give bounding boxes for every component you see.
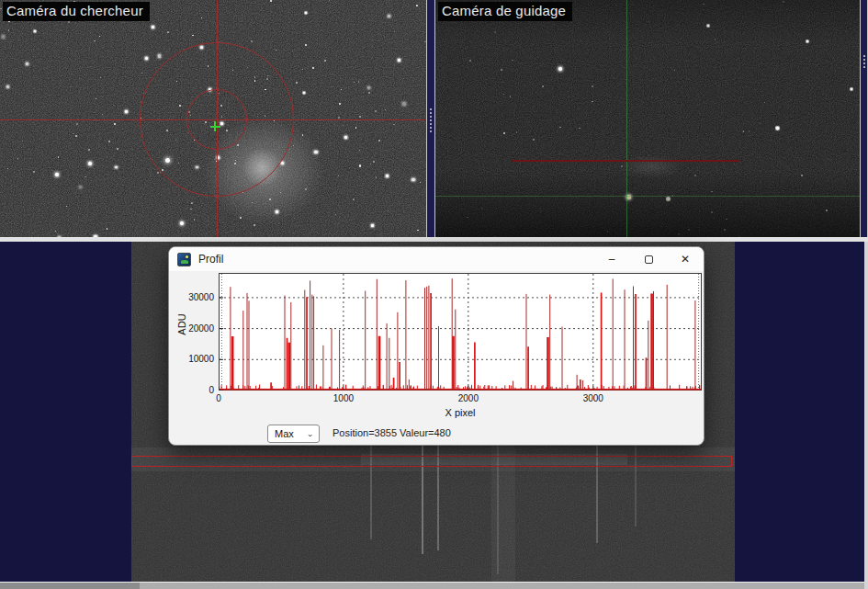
star: [114, 123, 116, 125]
profile-chart: ADU 0100002000030000 0100020003000 X pix…: [169, 271, 705, 446]
y-tick-label: 10000: [175, 354, 214, 364]
star: [22, 141, 23, 142]
right-scrollbar[interactable]: [860, 0, 868, 237]
star: [398, 59, 400, 62]
star: [338, 176, 339, 176]
status-bar: [0, 582, 868, 589]
window-border: [864, 242, 868, 589]
finder-camera-view: Caméra du chercheur: [0, 0, 426, 237]
emission-band: [491, 425, 515, 582]
star: [34, 30, 36, 32]
star: [367, 86, 370, 89]
star: [191, 202, 193, 204]
emission-line: [635, 438, 637, 527]
star: [420, 182, 421, 183]
star: [152, 26, 154, 28]
star: [180, 221, 184, 225]
star: [125, 110, 128, 113]
star: [108, 141, 110, 142]
star: [194, 219, 196, 221]
target-marker-icon: [214, 121, 216, 131]
star: [402, 102, 406, 106]
star: [416, 5, 418, 6]
binning-region-outline[interactable]: [131, 456, 732, 467]
profile-mode-select[interactable]: Max ⌄: [267, 425, 320, 443]
profil-titlebar[interactable]: Profil – ✕: [169, 247, 704, 271]
star: [373, 161, 375, 163]
y-tick-label: 20000: [175, 323, 214, 334]
star: [305, 12, 307, 14]
finder-camera-label: Caméra du chercheur: [3, 2, 150, 21]
x-tick-label: 3000: [575, 393, 612, 403]
star: [55, 173, 59, 176]
star: [270, 0, 271, 1]
emission-line: [370, 438, 372, 539]
star: [385, 109, 386, 110]
profile-mode-value: Max: [275, 428, 294, 439]
star: [378, 140, 380, 142]
guide-crosshair-vertical-line: [626, 0, 627, 237]
star: [341, 89, 342, 90]
star: [329, 0, 330, 1]
close-button[interactable]: ✕: [667, 247, 704, 271]
minimize-button[interactable]: –: [593, 247, 630, 271]
vignette-overlay: [435, 0, 860, 237]
star: [355, 127, 356, 128]
star: [26, 62, 28, 65]
splitter-grip-icon: [430, 108, 432, 132]
maximize-icon: [645, 255, 653, 264]
y-tick-label: 30000: [175, 292, 214, 302]
star: [324, 60, 326, 62]
horizontal-splitter[interactable]: [0, 237, 868, 242]
star: [88, 162, 92, 165]
star: [371, 224, 374, 227]
star: [296, 82, 298, 84]
guide-camera-label: Caméra de guidage: [438, 2, 572, 21]
star: [359, 176, 360, 177]
star: [386, 175, 389, 177]
x-tick-label: 2000: [450, 393, 487, 403]
star: [359, 150, 360, 151]
x-tick-label: 1000: [325, 393, 362, 403]
profil-window[interactable]: Profil – ✕ ADU 0100002000030000 01000200…: [168, 246, 705, 446]
slit-position-line: [513, 160, 740, 162]
star: [7, 168, 8, 169]
star: [339, 103, 341, 105]
chevron-down-icon: ⌄: [307, 430, 314, 438]
profil-app-icon: [177, 253, 191, 266]
guide-camera-view: Caméra de guidage: [435, 0, 860, 237]
star: [359, 116, 361, 118]
star: [158, 54, 161, 57]
star: [17, 158, 18, 159]
star: [312, 67, 314, 69]
star: [375, 110, 377, 112]
star: [96, 98, 96, 99]
panel-splitter[interactable]: [426, 0, 435, 237]
star: [411, 178, 414, 181]
guide-crosshair-horizontal-line: [435, 196, 860, 197]
maximize-button[interactable]: [630, 247, 667, 271]
emission-line: [437, 435, 439, 550]
star: [303, 92, 305, 94]
star: [117, 148, 118, 150]
emission-line: [422, 433, 423, 554]
emission-line: [596, 435, 598, 543]
star: [344, 136, 347, 139]
star: [254, 224, 255, 226]
profil-window-title: Profil: [198, 253, 223, 266]
star: [145, 57, 148, 60]
spectro-capture-screen: Caméra du chercheur Caméra de guidage: [0, 0, 868, 589]
scrollbar-grip-icon: [863, 55, 865, 68]
star: [33, 171, 35, 173]
star: [294, 218, 295, 219]
reticle-inner-circle: [186, 89, 247, 150]
x-tick-label: 0: [200, 393, 237, 403]
x-axis-title: X pixel: [219, 407, 702, 418]
cursor-position-readout: Position=3855 Valeur=480: [333, 427, 451, 438]
profile-plot-area[interactable]: [219, 273, 702, 391]
star: [305, 44, 307, 46]
star: [353, 198, 355, 200]
